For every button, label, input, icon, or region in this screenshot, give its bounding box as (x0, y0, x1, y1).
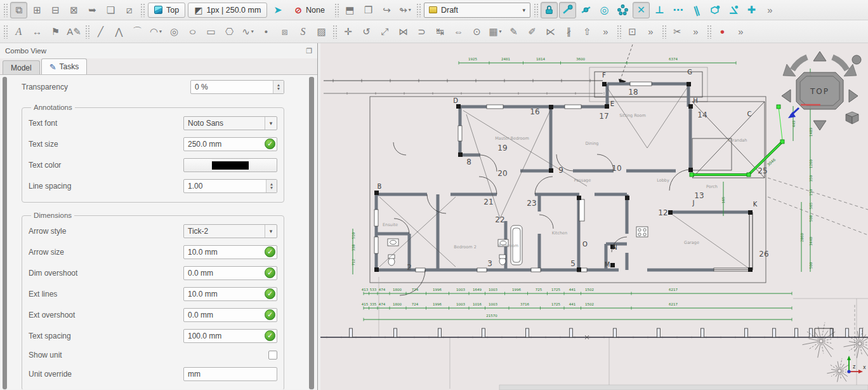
toolbar-grip (334, 3, 339, 17)
mirror-icon[interactable]: ⋈ (395, 24, 412, 40)
rectangle-icon[interactable]: ▭ (202, 24, 220, 40)
upgrade-icon[interactable]: ⇧ (579, 24, 596, 40)
ext-overshoot-input[interactable]: 0.0 mm (183, 308, 277, 322)
macro-more-icon[interactable]: » (732, 24, 749, 40)
solid-box-icon[interactable]: ⬒ (341, 2, 358, 18)
stretch-icon[interactable]: ⇔ (450, 24, 467, 40)
line-style-button[interactable]: ◩1px | 250.0 mm (188, 3, 267, 18)
dimension-icon[interactable]: ↔ (29, 24, 46, 40)
ellipse-icon[interactable]: ○ (181, 24, 204, 40)
combo-caret-icon[interactable]: ▾ (265, 117, 277, 130)
text-font-combo[interactable]: Noto Sans ▾ (183, 116, 277, 130)
cut-more-icon[interactable]: » (687, 24, 704, 40)
line-spacing-spinbox[interactable]: 1.00 ▲▼ (183, 179, 277, 193)
svg-text:O: O (582, 241, 588, 248)
split-icon[interactable]: ∦ (560, 24, 577, 40)
dropdown-caret-icon[interactable]: ▾ (409, 7, 411, 13)
label-icon[interactable]: ⚑ (47, 24, 64, 40)
bezier-icon[interactable]: S (294, 24, 312, 40)
snap-more-icon[interactable]: » (761, 2, 779, 18)
select-plane-icon[interactable]: ➥ (84, 2, 101, 18)
snap-parallel-icon[interactable]: ∥ (686, 0, 707, 20)
folder-icon[interactable]: ❐ (360, 2, 377, 18)
navigation-cube[interactable]: TOP (782, 51, 861, 130)
export-alt-icon[interactable]: ↬▾ (397, 2, 414, 18)
draft-more-icon[interactable]: » (597, 24, 614, 40)
arc-icon[interactable]: ◠▾ (147, 24, 164, 40)
subelement-edit-icon[interactable]: ✐ (523, 24, 541, 40)
snap-grid-icon[interactable]: ✚ (743, 2, 760, 18)
3d-viewport[interactable]: Master BedroomSitting RoomDiningPassageB… (320, 43, 868, 390)
clone-icon[interactable]: ⊙ (468, 24, 485, 40)
text-icon[interactable]: A (10, 24, 27, 40)
snap-lock-icon[interactable] (541, 2, 558, 18)
snap-perpendicular-icon[interactable]: ⊥ (651, 2, 668, 18)
macro-record-icon[interactable]: ● (714, 24, 731, 40)
join-icon[interactable]: ⋉ (542, 24, 559, 40)
layer-tree-icon[interactable]: ⊟ (47, 2, 64, 18)
shapestring-icon[interactable]: A✎ (65, 24, 82, 40)
spinner-arrows-icon[interactable]: ▲▼ (266, 180, 277, 192)
arrow-style-combo[interactable]: Tick-2 ▾ (183, 224, 277, 238)
scale-icon[interactable]: ⤢ (376, 24, 393, 40)
text-color-button[interactable] (183, 158, 277, 172)
dim-overshoot-input[interactable]: 0.0 mm (183, 266, 277, 280)
dropdown-caret-icon[interactable]: ▾ (159, 29, 162, 34)
workbench-selector[interactable]: Draft▾ (424, 3, 530, 18)
fillet-icon[interactable]: ⌒ (129, 24, 146, 40)
rotate-icon[interactable]: ↺ (358, 24, 375, 40)
bspline-icon[interactable]: ∿▾ (239, 24, 256, 40)
spinner-arrows-icon[interactable]: ▲▼ (273, 81, 284, 93)
transparency-spinbox[interactable]: 0 % ▲▼ (190, 80, 284, 94)
autogroup-button[interactable]: ⊘None (288, 3, 331, 18)
arrow-size-input[interactable]: 10.0 mm (183, 245, 277, 259)
export-icon[interactable]: ↪ (378, 2, 395, 18)
polygon-icon[interactable]: ⎔ (221, 24, 238, 40)
mini-cube-icon[interactable] (846, 112, 858, 124)
polyline-icon[interactable]: ⋀ (110, 24, 128, 40)
snap-intersection-icon[interactable]: ✕ (633, 2, 650, 18)
tab-model[interactable]: Model (3, 60, 40, 74)
snap-special-icon[interactable] (614, 2, 631, 18)
top-view-button[interactable]: Top (148, 3, 185, 18)
snap-near-icon[interactable] (706, 2, 723, 18)
selection-more-icon[interactable]: » (642, 24, 659, 40)
facebinder-icon[interactable]: ⧈ (276, 24, 293, 40)
float-panel-icon[interactable]: ❐ (306, 47, 312, 55)
snap-angle-icon[interactable] (725, 2, 742, 18)
ext-lines-input[interactable]: 10.0 mm (183, 287, 277, 301)
layers-icon[interactable]: ⧉ (10, 2, 27, 18)
text-size-input[interactable]: 250.0 mm (183, 137, 277, 151)
circle-icon[interactable]: ◎ (166, 24, 183, 40)
heal-arrow-icon[interactable]: ➤ (269, 2, 286, 18)
move-icon[interactable]: ✛ (339, 24, 357, 40)
edit-icon[interactable]: ✎ (505, 24, 522, 40)
cut-icon[interactable]: ✂ (669, 24, 686, 40)
text-spacing-input[interactable]: 100.0 mm (183, 329, 277, 343)
show-unit-checkbox[interactable] (268, 351, 277, 360)
clip-plane-icon[interactable]: ⧄ (121, 2, 138, 18)
line-icon[interactable]: ╱ (92, 24, 109, 40)
array-icon[interactable]: ▦▾ (487, 24, 504, 40)
snap-extension-icon[interactable]: ⋯ (669, 2, 687, 18)
offset-icon[interactable]: ⊃ (413, 24, 430, 40)
combo-caret-icon[interactable]: ▾ (265, 225, 277, 238)
tab-tasks[interactable]: ✎ Tasks (41, 58, 88, 74)
selection-box-icon[interactable]: ⊡ (624, 24, 641, 40)
hatch-icon[interactable]: ▨ (313, 24, 330, 40)
point-icon[interactable]: • (258, 24, 275, 40)
snap-endpoint-icon[interactable] (559, 2, 576, 18)
trimex-icon[interactable]: ↹ (431, 24, 449, 40)
layer-tree-multi-icon[interactable]: ⊠ (65, 2, 82, 18)
dropdown-caret-icon[interactable]: ▾ (499, 29, 502, 34)
combo-caret-icon[interactable]: ▾ (522, 7, 525, 13)
snap-center-icon[interactable]: ◎ (596, 2, 613, 18)
right-scrollbar[interactable] (309, 77, 314, 389)
unit-override-input[interactable]: mm (183, 367, 277, 381)
snap-midpoint-icon[interactable] (577, 2, 595, 18)
svg-text:1996: 1996 (433, 302, 442, 306)
left-scrollbar[interactable] (3, 77, 7, 389)
layer-tree-add-icon[interactable]: ⊞ (29, 2, 46, 18)
move-to-group-icon[interactable]: ❏ (102, 2, 119, 18)
dropdown-caret-icon[interactable]: ▾ (251, 29, 254, 34)
